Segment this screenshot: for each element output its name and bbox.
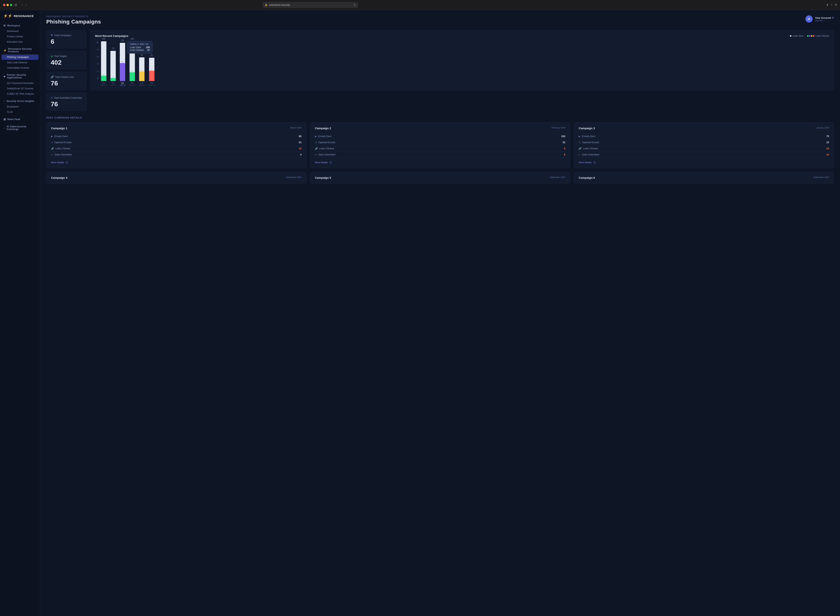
opened-icon-1: ↺ [51,141,53,144]
stat-label-total-clicked: 🔗 Total Clicked Links [51,76,82,78]
sidebar-psa-header[interactable]: ◈ Partner Security Applications [0,72,40,81]
bar-date-c2: JUL '24 [110,84,116,86]
share-icon[interactable]: ⬆ [826,3,828,7]
traffic-lights [3,4,12,6]
opened-icon-3: ↺ [579,141,581,144]
campaign-4-name: Campaign 4 [51,176,67,179]
tab-bar-icon[interactable]: ⊞ [15,3,17,7]
close-button[interactable] [3,4,5,6]
page-title-area: Resonance Security Products Phishing Cam… [46,15,101,25]
campaigns-grid-partial: Campaign 4 September 2023 Campaign 5 Sep… [46,172,834,183]
campaign-1-stat-opened-emails: ↺ Opened Emails 51 [51,139,302,145]
more-details-2[interactable]: More Details → [315,161,565,164]
page-header: Resonance Security Products Phishing Cam… [46,15,834,25]
links-icon-3: 🔗 [579,147,581,150]
stat-card-total-clicked: 🔗 Total Clicked Links 76 [46,72,87,90]
tooltip-sent-val: 100 [146,46,150,49]
bar-date-c1: AUG '24 [100,84,107,86]
sidebar-news-header[interactable]: ▤ News Feed [0,116,40,122]
bar-label-c5-top: 61 [151,54,153,56]
bar-sent-c4a [129,41,135,81]
page-title: Phishing Campaigns [46,19,101,25]
data-icon-1: ✏ [51,153,53,156]
more-details-1[interactable]: More Details → [51,161,302,164]
campaign-card-6-partial: Campaign 6 September 2023 [574,172,834,183]
logo-icon: ⚡⚡ [3,14,12,18]
new-tab-icon[interactable]: + [831,3,833,7]
bar-clicked-label-c2: 8 [110,76,116,78]
sidebar-item-education-hub[interactable]: Education Hub [0,39,40,44]
address-bar[interactable]: 🔒 resonance.security ↻ [263,2,358,8]
campaign-2-stat-data: ✏ Data Submitted 6 [315,152,565,158]
logout-link[interactable]: Log Out → [815,19,834,22]
minimize-button[interactable] [6,4,9,6]
bar-group-c3[interactable]: 100 47 C3 JUN '24 [119,43,125,86]
campaign-card-1: Campaign 1 March 2024 ▶ Emails Sent 80 ↺… [46,123,306,168]
sidebar-item-qci[interactable]: QCI Password Generator [0,81,40,86]
chart-y-axis: 100 80 60 40 20 00 [95,41,100,79]
refresh-icon[interactable]: ↻ [354,3,356,6]
sidebar-workspace-header[interactable]: ⊞ Workspace [0,23,40,28]
campaign-3-header: Campaign 3 January 2024 [579,126,829,130]
bar-group-c4b: 62 25 C4 APR '24 [139,57,145,86]
sidebar-item-vulnerability-scanner[interactable]: Vulnerability Scanner [0,65,40,70]
campaign-3-label-data: ✏ Data Submitted [579,153,599,156]
sidebar-section-rsp: ⚡ Resonance Security Products Phishing C… [0,46,40,70]
stat-label-total-targets: ◎ Total Targets [51,55,82,57]
account-area: IA Your Account ⚙ Log Out → [805,15,834,23]
sidebar-ai-header[interactable]: ○ AI Cybersecurity Concierge [0,124,40,132]
rsp-icon: ⚡ [3,49,7,52]
bar-date-c4a: MAY '24 [129,84,135,86]
campaign-2-label-data: ✏ Data Submitted [315,153,335,156]
sidebar-item-solidityscan[interactable]: SolidityScan SC Scanner [0,86,40,91]
sidebar-item-product-library[interactable]: Product Library [0,34,40,39]
settings-icon[interactable]: ⚙ [832,16,834,19]
campaign-card-3: Campaign 3 January 2024 ▶ Emails Sent 75… [574,123,834,168]
bar-clicked-c5 [149,71,154,81]
bar-clicked-c4b [139,72,144,81]
opened-icon-2: ↺ [315,141,317,144]
more-details-3[interactable]: More Details → [579,161,829,164]
bar-name-c1: C1 [102,82,105,84]
sidebar-item-data-leak-detector[interactable]: Data Leak Detector [0,60,40,65]
total-campaigns-icon: ⚑ [51,34,53,37]
sidebar-item-cube3[interactable]: CUBE3 SC Risk Analyzer [0,91,40,97]
campaign-3-label-links: 🔗 Links Clicked [579,147,598,150]
maximize-button[interactable] [10,4,12,6]
stat-value-total-submitted: 76 [51,101,82,107]
stat-value-total-targets: 402 [51,59,82,66]
campaign-3-stat-emails-sent: ▶ Emails Sent 75 [579,133,829,139]
sidebar-section-workspace: ⊞ Workspace Dashboard Product Library Ed… [0,23,40,44]
tabs-icon[interactable]: ⧉ [835,3,837,7]
bar-name-c4b: C4 [141,82,143,84]
campaign-2-val-links: 5 [564,147,565,150]
sidebar-item-phishing-campaigns[interactable]: Phishing Campaigns [1,54,38,60]
stat-label-total-submitted: ✏ Total Submitted Credentials [51,96,82,99]
psa-label: Partner Security Applications [7,73,37,79]
campaign-2-val-emails-sent: 100 [561,135,565,138]
bar-clicked-label-c5: 27 [149,69,154,71]
browser-chrome: ⊞ ‹ › 🔒 resonance.security ↻ ⬆ + ⧉ [0,0,840,10]
bar-group-c2: 79 8 C2 JUL '24 [110,43,116,86]
logo-text: RESONANCE [14,14,34,18]
campaign-3-val-emails-sent: 75 [827,135,829,138]
campaign-2-name: Campaign 2 [315,126,331,130]
back-button[interactable]: ‹ [21,3,24,7]
chart-legend: Links Sent Links Clicked [790,35,829,37]
sidebar-item-todo[interactable]: To do [0,109,40,115]
campaign-card-5-partial: Campaign 5 September 2023 [310,172,570,183]
campaign-1-val-opened: 51 [299,141,302,144]
campaign-5-header: Campaign 5 September 2023 [315,176,565,179]
sidebar-item-breakdown[interactable]: Breakdown [0,104,40,109]
bar-date-c4b: APR '24 [139,84,145,86]
total-submitted-icon: ✏ [51,96,53,99]
bar-name-c5: C5 [151,82,153,84]
sidebar-rsp-header[interactable]: ⚡ Resonance Security Products [0,46,40,54]
forward-button[interactable]: › [25,3,27,7]
links-icon-2: 🔗 [315,147,318,150]
campaign-2-label-opened: ↺ Opened Emails [315,141,335,144]
sidebar-ssi-header[interactable]: ○ Security Score Insights [0,98,40,104]
sidebar-item-dashboard[interactable]: Dashboard [0,28,40,34]
campaign-2-stat-emails-sent: ▶ Emails Sent 100 [315,133,565,139]
campaign-1-name: Campaign 1 [51,126,67,130]
